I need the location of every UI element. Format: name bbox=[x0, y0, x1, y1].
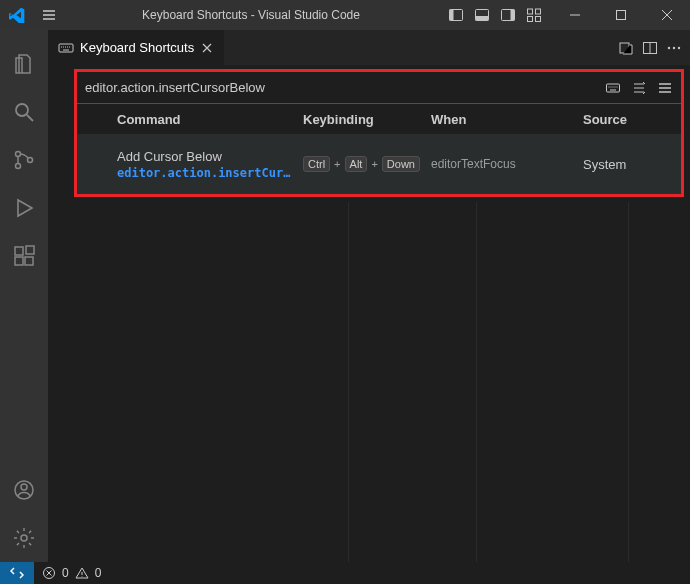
svg-point-12 bbox=[16, 152, 21, 157]
settings-gear-icon[interactable] bbox=[0, 514, 48, 562]
window-controls bbox=[552, 0, 690, 30]
svg-rect-1 bbox=[450, 10, 454, 21]
warning-count: 0 bbox=[95, 566, 102, 580]
svg-point-25 bbox=[668, 46, 670, 48]
activity-bar bbox=[0, 30, 48, 562]
main-area: Keyboard Shortcuts bbox=[0, 30, 690, 562]
svg-rect-22 bbox=[59, 44, 73, 52]
open-keybindings-json-icon[interactable] bbox=[618, 40, 634, 56]
accounts-icon[interactable] bbox=[0, 466, 48, 514]
svg-point-13 bbox=[16, 164, 21, 169]
column-divider bbox=[476, 202, 477, 562]
toggle-panel-icon[interactable] bbox=[470, 3, 494, 27]
key-down: Down bbox=[382, 156, 420, 172]
command-id: editor.action.insertCursor… bbox=[117, 166, 297, 180]
svg-rect-28 bbox=[607, 84, 620, 92]
cell-keybinding: Ctrl + Alt + Down bbox=[303, 156, 431, 172]
more-actions-icon[interactable] bbox=[666, 40, 682, 56]
svg-point-11 bbox=[16, 104, 28, 116]
layout-controls bbox=[438, 3, 552, 27]
cell-source: System bbox=[583, 157, 681, 172]
explorer-icon[interactable] bbox=[0, 40, 48, 88]
title-bar: Keyboard Shortcuts - Visual Studio Code bbox=[0, 0, 690, 30]
table-header: Command Keybinding When Source bbox=[77, 104, 681, 134]
split-editor-icon[interactable] bbox=[642, 40, 658, 56]
svg-rect-10 bbox=[617, 11, 626, 20]
record-keys-icon[interactable] bbox=[605, 80, 621, 96]
svg-rect-3 bbox=[476, 16, 489, 21]
cell-command: Add Cursor Below editor.action.insertCur… bbox=[77, 149, 303, 180]
header-source[interactable]: Source bbox=[583, 112, 681, 127]
search-icon[interactable] bbox=[0, 88, 48, 136]
svg-rect-18 bbox=[26, 246, 34, 254]
status-bar: 0 0 bbox=[0, 562, 690, 584]
svg-point-20 bbox=[21, 484, 27, 490]
svg-rect-7 bbox=[536, 9, 541, 14]
extensions-icon[interactable] bbox=[0, 232, 48, 280]
close-button[interactable] bbox=[644, 0, 690, 30]
svg-point-21 bbox=[21, 535, 27, 541]
close-icon[interactable] bbox=[200, 41, 214, 55]
tab-bar: Keyboard Shortcuts bbox=[48, 30, 690, 65]
column-divider bbox=[628, 202, 629, 562]
svg-rect-5 bbox=[511, 10, 515, 21]
header-command[interactable]: Command bbox=[77, 112, 303, 127]
svg-rect-9 bbox=[536, 17, 541, 22]
error-icon bbox=[42, 566, 56, 580]
problems-indicator[interactable]: 0 0 bbox=[34, 566, 109, 580]
key-ctrl: Ctrl bbox=[303, 156, 330, 172]
svg-rect-16 bbox=[15, 257, 23, 265]
warning-icon bbox=[75, 566, 89, 580]
toggle-primary-sidebar-icon[interactable] bbox=[444, 3, 468, 27]
command-name: Add Cursor Below bbox=[117, 149, 303, 164]
maximize-button[interactable] bbox=[598, 0, 644, 30]
editor-actions bbox=[610, 30, 690, 65]
source-control-icon[interactable] bbox=[0, 136, 48, 184]
key-alt: Alt bbox=[345, 156, 368, 172]
sort-precedence-icon[interactable] bbox=[631, 80, 647, 96]
error-count: 0 bbox=[62, 566, 69, 580]
vscode-logo-icon bbox=[0, 7, 34, 23]
svg-point-27 bbox=[678, 46, 680, 48]
svg-point-14 bbox=[28, 158, 33, 163]
svg-rect-8 bbox=[528, 17, 533, 22]
svg-rect-15 bbox=[15, 247, 23, 255]
keyboard-icon bbox=[58, 40, 74, 56]
svg-point-26 bbox=[673, 46, 675, 48]
run-debug-icon[interactable] bbox=[0, 184, 48, 232]
window-title: Keyboard Shortcuts - Visual Studio Code bbox=[64, 8, 438, 22]
remote-indicator[interactable] bbox=[0, 562, 34, 584]
search-row bbox=[77, 72, 681, 104]
tab-keyboard-shortcuts[interactable]: Keyboard Shortcuts bbox=[48, 30, 225, 65]
svg-rect-6 bbox=[528, 9, 533, 14]
clear-search-icon[interactable] bbox=[657, 80, 673, 96]
header-keybinding[interactable]: Keybinding bbox=[303, 112, 431, 127]
tab-label: Keyboard Shortcuts bbox=[80, 40, 194, 55]
svg-rect-17 bbox=[25, 257, 33, 265]
toggle-secondary-sidebar-icon[interactable] bbox=[496, 3, 520, 27]
header-when[interactable]: When bbox=[431, 112, 583, 127]
minimize-button[interactable] bbox=[552, 0, 598, 30]
keybindings-editor: Command Keybinding When Source Add Curso… bbox=[74, 69, 684, 197]
search-input[interactable] bbox=[85, 80, 605, 95]
cell-when: editorTextFocus bbox=[431, 157, 583, 171]
table-row[interactable]: Add Cursor Below editor.action.insertCur… bbox=[77, 134, 681, 194]
column-divider bbox=[348, 202, 349, 562]
customize-layout-icon[interactable] bbox=[522, 3, 546, 27]
editor-area: Keyboard Shortcuts bbox=[48, 30, 690, 562]
menu-icon[interactable] bbox=[34, 7, 64, 23]
